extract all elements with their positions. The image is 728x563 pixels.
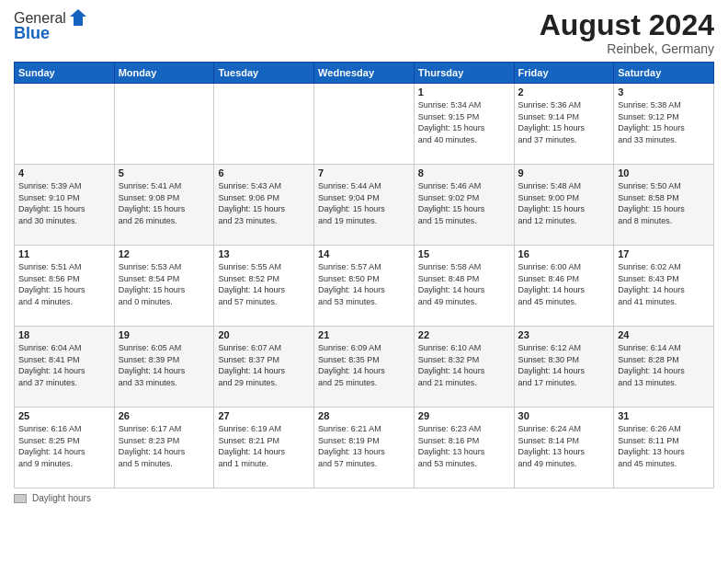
day-number: 24 xyxy=(618,329,710,340)
table-row: 28Sunrise: 6:21 AM Sunset: 8:19 PM Dayli… xyxy=(314,408,415,488)
col-thursday: Thursday xyxy=(414,63,514,84)
day-info: Sunrise: 6:00 AM Sunset: 8:46 PM Dayligh… xyxy=(518,261,610,307)
col-saturday: Saturday xyxy=(614,63,714,84)
day-info: Sunrise: 6:17 AM Sunset: 8:23 PM Dayligh… xyxy=(119,423,210,469)
day-number: 11 xyxy=(18,248,110,259)
col-wednesday: Wednesday xyxy=(314,63,415,84)
day-info: Sunrise: 6:12 AM Sunset: 8:30 PM Dayligh… xyxy=(518,342,610,388)
table-row xyxy=(15,84,115,165)
day-number: 20 xyxy=(218,329,310,340)
table-row: 23Sunrise: 6:12 AM Sunset: 8:30 PM Dayli… xyxy=(514,327,614,408)
svg-marker-0 xyxy=(70,9,86,26)
day-number: 26 xyxy=(119,410,210,421)
table-row: 1Sunrise: 5:34 AM Sunset: 9:15 PM Daylig… xyxy=(414,84,514,165)
table-row: 8Sunrise: 5:46 AM Sunset: 9:02 PM Daylig… xyxy=(414,165,514,246)
day-info: Sunrise: 6:10 AM Sunset: 8:32 PM Dayligh… xyxy=(418,342,510,388)
day-info: Sunrise: 5:58 AM Sunset: 8:48 PM Dayligh… xyxy=(418,261,510,307)
day-number: 28 xyxy=(318,410,410,421)
day-number: 3 xyxy=(618,86,710,98)
day-number: 17 xyxy=(618,248,710,259)
table-row: 21Sunrise: 6:09 AM Sunset: 8:35 PM Dayli… xyxy=(314,327,415,408)
table-row: 4Sunrise: 5:39 AM Sunset: 9:10 PM Daylig… xyxy=(15,165,115,246)
col-monday: Monday xyxy=(114,63,214,84)
day-number: 22 xyxy=(418,329,510,340)
col-friday: Friday xyxy=(514,63,614,84)
table-row xyxy=(214,84,314,165)
day-info: Sunrise: 6:21 AM Sunset: 8:19 PM Dayligh… xyxy=(318,423,410,469)
day-number: 6 xyxy=(218,167,310,178)
day-info: Sunrise: 5:38 AM Sunset: 9:12 PM Dayligh… xyxy=(618,99,710,145)
day-number: 7 xyxy=(318,167,410,178)
day-number: 12 xyxy=(119,248,210,259)
calendar-week-row: 4Sunrise: 5:39 AM Sunset: 9:10 PM Daylig… xyxy=(15,165,714,246)
table-row: 19Sunrise: 6:05 AM Sunset: 8:39 PM Dayli… xyxy=(114,327,214,408)
day-number: 23 xyxy=(518,329,610,340)
table-row: 3Sunrise: 5:38 AM Sunset: 9:12 PM Daylig… xyxy=(614,84,714,165)
daylight-legend-box xyxy=(14,494,27,503)
table-row: 24Sunrise: 6:14 AM Sunset: 8:28 PM Dayli… xyxy=(614,327,714,408)
day-number: 16 xyxy=(518,248,610,259)
table-row: 17Sunrise: 6:02 AM Sunset: 8:43 PM Dayli… xyxy=(614,246,714,327)
day-info: Sunrise: 5:46 AM Sunset: 9:02 PM Dayligh… xyxy=(418,180,510,226)
title-block: August 2024 Reinbek, Germany xyxy=(540,9,714,56)
location-subtitle: Reinbek, Germany xyxy=(540,41,714,56)
table-row: 22Sunrise: 6:10 AM Sunset: 8:32 PM Dayli… xyxy=(414,327,514,408)
table-row: 7Sunrise: 5:44 AM Sunset: 9:04 PM Daylig… xyxy=(314,165,415,246)
table-row: 5Sunrise: 5:41 AM Sunset: 9:08 PM Daylig… xyxy=(114,165,214,246)
day-info: Sunrise: 6:26 AM Sunset: 8:11 PM Dayligh… xyxy=(618,423,710,469)
calendar-week-row: 25Sunrise: 6:16 AM Sunset: 8:25 PM Dayli… xyxy=(15,408,714,488)
calendar-week-row: 18Sunrise: 6:04 AM Sunset: 8:41 PM Dayli… xyxy=(15,327,714,408)
day-info: Sunrise: 5:55 AM Sunset: 8:52 PM Dayligh… xyxy=(218,261,310,307)
day-info: Sunrise: 6:14 AM Sunset: 8:28 PM Dayligh… xyxy=(618,342,710,388)
day-info: Sunrise: 6:19 AM Sunset: 8:21 PM Dayligh… xyxy=(218,423,310,469)
calendar-table: Sunday Monday Tuesday Wednesday Thursday… xyxy=(14,62,714,488)
col-tuesday: Tuesday xyxy=(214,63,314,84)
table-row: 12Sunrise: 5:53 AM Sunset: 8:54 PM Dayli… xyxy=(114,246,214,327)
table-row xyxy=(114,84,214,165)
day-info: Sunrise: 5:48 AM Sunset: 9:00 PM Dayligh… xyxy=(518,180,610,226)
table-row: 14Sunrise: 5:57 AM Sunset: 8:50 PM Dayli… xyxy=(314,246,415,327)
day-number: 19 xyxy=(119,329,210,340)
logo: General Blue xyxy=(14,9,88,43)
day-info: Sunrise: 5:34 AM Sunset: 9:15 PM Dayligh… xyxy=(418,99,510,145)
day-number: 25 xyxy=(18,410,110,421)
day-number: 30 xyxy=(518,410,610,421)
logo-icon xyxy=(68,7,88,28)
day-info: Sunrise: 5:53 AM Sunset: 8:54 PM Dayligh… xyxy=(119,261,210,307)
day-number: 4 xyxy=(18,167,110,178)
day-info: Sunrise: 5:51 AM Sunset: 8:56 PM Dayligh… xyxy=(18,261,110,307)
day-info: Sunrise: 6:05 AM Sunset: 8:39 PM Dayligh… xyxy=(119,342,210,388)
table-row: 6Sunrise: 5:43 AM Sunset: 9:06 PM Daylig… xyxy=(214,165,314,246)
day-info: Sunrise: 5:41 AM Sunset: 9:08 PM Dayligh… xyxy=(119,180,210,226)
day-info: Sunrise: 5:44 AM Sunset: 9:04 PM Dayligh… xyxy=(318,180,410,226)
day-number: 15 xyxy=(418,248,510,259)
table-row: 27Sunrise: 6:19 AM Sunset: 8:21 PM Dayli… xyxy=(214,408,314,488)
day-number: 8 xyxy=(418,167,510,178)
table-row: 13Sunrise: 5:55 AM Sunset: 8:52 PM Dayli… xyxy=(214,246,314,327)
day-number: 14 xyxy=(318,248,410,259)
table-row: 11Sunrise: 5:51 AM Sunset: 8:56 PM Dayli… xyxy=(15,246,115,327)
table-row: 20Sunrise: 6:07 AM Sunset: 8:37 PM Dayli… xyxy=(214,327,314,408)
day-info: Sunrise: 5:43 AM Sunset: 9:06 PM Dayligh… xyxy=(218,180,310,226)
page: General Blue August 2024 Reinbek, German… xyxy=(0,0,728,563)
day-number: 5 xyxy=(119,167,210,178)
day-number: 18 xyxy=(18,329,110,340)
day-info: Sunrise: 6:09 AM Sunset: 8:35 PM Dayligh… xyxy=(318,342,410,388)
day-number: 21 xyxy=(318,329,410,340)
day-info: Sunrise: 6:02 AM Sunset: 8:43 PM Dayligh… xyxy=(618,261,710,307)
table-row: 10Sunrise: 5:50 AM Sunset: 8:58 PM Dayli… xyxy=(614,165,714,246)
day-info: Sunrise: 6:24 AM Sunset: 8:14 PM Dayligh… xyxy=(518,423,610,469)
table-row: 30Sunrise: 6:24 AM Sunset: 8:14 PM Dayli… xyxy=(514,408,614,488)
day-number: 31 xyxy=(618,410,710,421)
day-info: Sunrise: 6:16 AM Sunset: 8:25 PM Dayligh… xyxy=(18,423,110,469)
table-row xyxy=(314,84,415,165)
footer: Daylight hours xyxy=(14,493,714,503)
day-info: Sunrise: 6:23 AM Sunset: 8:16 PM Dayligh… xyxy=(418,423,510,469)
table-row: 2Sunrise: 5:36 AM Sunset: 9:14 PM Daylig… xyxy=(514,84,614,165)
day-info: Sunrise: 6:04 AM Sunset: 8:41 PM Dayligh… xyxy=(18,342,110,388)
day-number: 29 xyxy=(418,410,510,421)
day-info: Sunrise: 6:07 AM Sunset: 8:37 PM Dayligh… xyxy=(218,342,310,388)
month-year-title: August 2024 xyxy=(540,9,714,41)
day-number: 2 xyxy=(518,86,610,98)
day-number: 10 xyxy=(618,167,710,178)
